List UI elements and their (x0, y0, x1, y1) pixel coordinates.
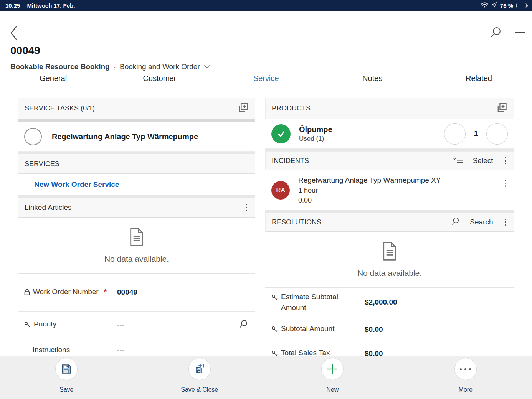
field-instructions[interactable]: Instructions --- (18, 338, 255, 356)
linked-articles-title: Linked Articles (25, 203, 72, 212)
services-title: SERVICES (25, 160, 59, 168)
services-row: New Work Order Service (18, 174, 255, 195)
save-and-close-button[interactable]: Save & Close (133, 356, 266, 399)
page-title: 00049 (10, 45, 40, 57)
new-label: New (326, 386, 339, 393)
battery-percent: 76 % (500, 2, 513, 9)
status-time: 10:25 (5, 2, 20, 9)
linked-articles-header: Linked Articles (18, 198, 255, 218)
save-icon (55, 358, 78, 380)
no-data-text: No data available. (104, 254, 169, 264)
left-column: SERVICE TASKS (0/1) Regelwartung Anlage … (18, 89, 255, 356)
field-label-text: Subtotal Amount (281, 323, 334, 334)
services-header: SERVICES (18, 154, 255, 174)
more-options-icon[interactable] (504, 178, 508, 188)
incidents-header: INCIDENTS Select (265, 151, 514, 170)
more-button[interactable]: More (399, 356, 532, 399)
key-icon (271, 325, 278, 336)
field-label-text: Work Order Number (33, 287, 99, 297)
more-ellipsis-icon (454, 358, 477, 380)
new-button[interactable]: New (266, 356, 399, 399)
back-button[interactable] (9, 25, 21, 41)
more-label: More (459, 386, 473, 393)
incident-name: Regelwartung Anlage Typ Wärmepumpe XY (298, 176, 441, 185)
product-quantity: 1 (473, 129, 479, 138)
tab-related[interactable]: Related (426, 68, 532, 89)
lookup-search-icon[interactable] (238, 319, 248, 331)
divider (18, 119, 255, 122)
lock-icon (24, 288, 30, 298)
save-and-close-label: Save & Close (181, 386, 218, 393)
field-priority[interactable]: Priority --- (18, 312, 255, 338)
quantity-decrease-button[interactable] (444, 123, 466, 145)
tab-general[interactable]: General (0, 68, 106, 89)
search-icon[interactable] (489, 26, 502, 39)
add-icon[interactable] (514, 26, 527, 39)
search-button[interactable]: Search (470, 218, 493, 226)
field-label-text: Estimate Subtotal Amount (281, 292, 346, 313)
incidents-title: INCIDENTS (272, 157, 309, 165)
tab-customer[interactable]: Customer (106, 68, 213, 89)
key-icon (24, 320, 31, 331)
status-date: Mittwoch 17. Feb. (27, 2, 75, 9)
field-estimate-subtotal[interactable]: Estimate Subtotal Amount $2,000.00 (265, 288, 514, 317)
no-data-text: No data available. (357, 269, 422, 278)
field-value: 00049 (117, 288, 137, 297)
task-name: Regelwartung Anlage Typ Wärmepumpe (52, 132, 198, 141)
task-checkbox[interactable] (24, 128, 42, 145)
more-options-icon[interactable] (503, 217, 508, 228)
location-arrow-icon (491, 2, 497, 9)
battery-icon (516, 3, 527, 8)
product-status: Used (1) (299, 135, 332, 143)
tab-service[interactable]: Service (213, 68, 319, 89)
field-label-text: Priority (34, 319, 56, 330)
add-record-icon[interactable] (237, 102, 249, 115)
product-check-icon (271, 124, 291, 143)
select-button[interactable]: Select (473, 157, 493, 165)
save-and-close-icon (188, 358, 211, 380)
products-title: PRODUCTS (272, 104, 311, 112)
field-value: --- (117, 321, 124, 329)
incident-amount: 0.00 (298, 196, 441, 204)
add-record-icon[interactable] (496, 102, 507, 115)
new-plus-icon (321, 358, 344, 380)
form-content: SERVICE TASKS (0/1) Regelwartung Anlage … (0, 89, 532, 356)
field-total-sales-tax[interactable]: Total Sales Tax $0.00 (265, 342, 514, 356)
key-icon (271, 349, 278, 356)
tab-bar: General Customer Service Notes Related (0, 68, 532, 89)
search-icon[interactable] (451, 217, 460, 228)
field-label-text: Total Sales Tax (281, 348, 330, 356)
field-value: $2,000.00 (365, 298, 397, 307)
new-work-order-service-link[interactable]: New Work Order Service (34, 180, 119, 189)
field-work-order-number[interactable]: Work Order Number * 00049 (18, 274, 255, 312)
key-icon (271, 293, 278, 304)
more-options-icon[interactable] (503, 156, 508, 166)
field-label-text: Instructions (33, 345, 70, 355)
multiselect-icon[interactable] (453, 156, 463, 166)
bottom-command-bar: Save Save & Close New More (0, 356, 532, 399)
linked-articles-empty: No data available. (18, 218, 255, 274)
resolutions-title: RESOLUTIONS (272, 218, 321, 226)
field-subtotal[interactable]: Subtotal Amount $0.00 (265, 317, 514, 342)
save-label: Save (59, 386, 73, 393)
scrollbar[interactable] (520, 94, 520, 356)
app-header: 00049 Bookable Resource Booking · Bookin… (0, 11, 532, 68)
document-icon (382, 242, 397, 262)
resolutions-empty: No data available. (265, 232, 514, 288)
incident-avatar: RA (271, 181, 290, 200)
incident-duration: 1 hour (298, 186, 441, 195)
document-icon (129, 228, 144, 248)
service-task-row[interactable]: Regelwartung Anlage Typ Wärmepumpe (18, 122, 255, 152)
product-row[interactable]: Ölpumpe Used (1) 1 (265, 119, 514, 149)
save-button[interactable]: Save (0, 356, 133, 399)
wifi-icon (481, 2, 488, 9)
resolutions-header: RESOLUTIONS Search (265, 213, 514, 232)
quantity-increase-button[interactable] (486, 123, 508, 145)
product-name: Ölpumpe (299, 125, 332, 134)
tab-notes[interactable]: Notes (319, 68, 426, 89)
incident-row[interactable]: RA Regelwartung Anlage Typ Wärmepumpe XY… (265, 170, 514, 210)
products-header: PRODUCTS (265, 98, 514, 119)
more-options-icon[interactable] (245, 203, 249, 213)
field-value: --- (117, 346, 124, 354)
field-value: $0.00 (365, 325, 383, 334)
